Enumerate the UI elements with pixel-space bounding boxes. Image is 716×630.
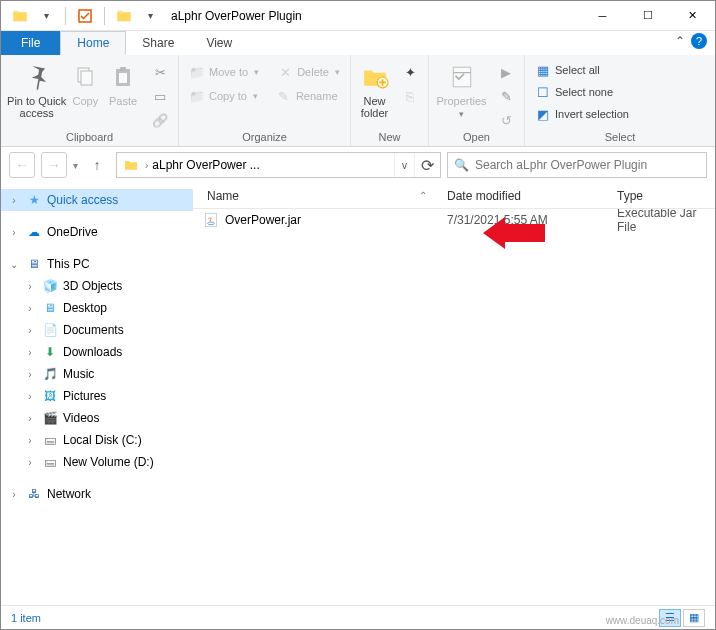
file-row[interactable]: OverPower.jar 7/31/2021 5:55 AM Executab… (193, 209, 715, 231)
up-button[interactable]: ↑ (84, 152, 110, 178)
paste-shortcut-button[interactable]: 🔗 (148, 109, 172, 131)
address-dropdown-icon[interactable]: v (394, 153, 414, 177)
nav-onedrive[interactable]: › ☁ OneDrive (1, 221, 193, 243)
column-name[interactable]: Name ⌃ (193, 189, 437, 203)
nav-this-pc[interactable]: ⌄ 🖥 This PC (1, 253, 193, 275)
properties-checkbox-icon[interactable] (74, 5, 96, 27)
paste-icon (107, 61, 139, 93)
drive-icon: 🖴 (41, 455, 59, 469)
pin-to-quick-access-button[interactable]: Pin to Quick access (7, 59, 66, 119)
recent-locations-button[interactable]: ▾ (73, 160, 78, 171)
nav-videos[interactable]: ›🎬Videos (1, 407, 193, 429)
chevron-right-icon[interactable]: › (23, 347, 37, 358)
chevron-right-icon[interactable]: › (7, 195, 21, 206)
forward-button[interactable]: → (41, 152, 67, 178)
select-all-button[interactable]: ▦Select all (531, 59, 604, 81)
new-folder-button[interactable]: New folder (357, 59, 392, 119)
ribbon-tabs: File Home Share View ⌃ ? (1, 31, 715, 55)
chevron-right-icon[interactable]: › (7, 227, 21, 238)
watermark: www.deuaq.com (606, 615, 679, 626)
open-button[interactable]: ▶ (494, 61, 518, 83)
svg-rect-2 (81, 71, 92, 85)
properties-button[interactable]: Properties ▾ (435, 59, 488, 119)
move-to-icon: 📁 (189, 64, 205, 80)
address-row: ← → ▾ ↑ › aLphr OverPower ... v ⟳ 🔍 Sear… (1, 147, 715, 183)
file-type: Executable Jar File (607, 206, 715, 234)
paste-shortcut-icon: 🔗 (152, 112, 168, 128)
file-tab[interactable]: File (1, 31, 60, 55)
search-input[interactable]: 🔍 Search aLphr OverPower Plugin (447, 152, 707, 178)
refresh-button[interactable]: ⟳ (414, 153, 440, 177)
back-button[interactable]: ← (9, 152, 35, 178)
maximize-button[interactable]: ☐ (625, 1, 670, 31)
invert-selection-button[interactable]: ◩Invert selection (531, 103, 633, 125)
downloads-icon: ⬇ (41, 345, 59, 359)
copy-button[interactable]: Copy (66, 59, 104, 107)
chevron-right-icon[interactable]: › (23, 325, 37, 336)
breadcrumb[interactable]: aLphr OverPower ... (148, 153, 267, 177)
close-button[interactable]: ✕ (670, 1, 715, 31)
quick-access-toolbar: ▾ ▾ (1, 5, 161, 27)
ribbon: Pin to Quick access Copy Paste ✂ ▭ 🔗 Cli… (1, 55, 715, 147)
easy-access-button[interactable]: ⎘ (398, 85, 422, 107)
chevron-right-icon[interactable]: › (23, 413, 37, 424)
nav-music[interactable]: ›🎵Music (1, 363, 193, 385)
rename-button[interactable]: ✎Rename (272, 85, 342, 107)
share-tab[interactable]: Share (126, 31, 190, 55)
nav-downloads[interactable]: ›⬇Downloads (1, 341, 193, 363)
chevron-right-icon[interactable]: › (7, 489, 21, 500)
home-tab[interactable]: Home (60, 31, 126, 55)
nav-quick-access[interactable]: › ★ Quick access (1, 189, 193, 211)
group-clipboard: Pin to Quick access Copy Paste ✂ ▭ 🔗 Cli… (1, 55, 179, 146)
chevron-right-icon[interactable]: › (23, 369, 37, 380)
group-organize: 📁Move to▾ ✕Delete▾ 📁Copy to▾ ✎Rename Org… (179, 55, 351, 146)
explorer-body: › ★ Quick access › ☁ OneDrive ⌄ 🖥 This P… (1, 183, 715, 605)
help-icon[interactable]: ? (691, 33, 707, 49)
chevron-right-icon[interactable]: › (23, 435, 37, 446)
column-date[interactable]: Date modified (437, 189, 607, 203)
paste-button[interactable]: Paste (104, 59, 142, 107)
new-folder-icon (359, 61, 391, 93)
titlebar: ▾ ▾ aLphr OverPower Plugin ─ ☐ ✕ (1, 1, 715, 31)
new-item-button[interactable]: ✦ (398, 61, 422, 83)
qat-overflow-icon[interactable]: ▾ (139, 5, 161, 27)
chevron-down-icon[interactable]: ⌄ (7, 259, 21, 270)
chevron-right-icon[interactable]: › (23, 457, 37, 468)
nav-network[interactable]: › 🖧 Network (1, 483, 193, 505)
new-folder-label: New folder (361, 95, 389, 119)
nav-local-disk-c[interactable]: ›🖴Local Disk (C:) (1, 429, 193, 451)
chevron-right-icon[interactable]: › (23, 281, 37, 292)
cube-icon: 🧊 (41, 279, 59, 293)
group-label: Organize (179, 131, 350, 146)
nav-3d-objects[interactable]: ›🧊3D Objects (1, 275, 193, 297)
folder-icon (9, 5, 31, 27)
window-controls: ─ ☐ ✕ (580, 1, 715, 31)
select-none-button[interactable]: ☐Select none (531, 81, 617, 103)
nav-desktop[interactable]: ›🖥Desktop (1, 297, 193, 319)
minimize-button[interactable]: ─ (580, 1, 625, 31)
copy-path-button[interactable]: ▭ (148, 85, 172, 107)
nav-new-volume-d[interactable]: ›🖴New Volume (D:) (1, 451, 193, 473)
address-bar[interactable]: › aLphr OverPower ... v ⟳ (116, 152, 441, 178)
chevron-right-icon[interactable]: › (23, 391, 37, 402)
search-placeholder: Search aLphr OverPower Plugin (475, 158, 647, 172)
nav-documents[interactable]: ›📄Documents (1, 319, 193, 341)
column-type[interactable]: Type (607, 189, 715, 203)
network-icon: 🖧 (25, 487, 43, 501)
edit-button[interactable]: ✎ (494, 85, 518, 107)
view-tab[interactable]: View (190, 31, 248, 55)
delete-button[interactable]: ✕Delete▾ (273, 61, 344, 83)
column-headers: Name ⌃ Date modified Type (193, 183, 715, 209)
group-label: Clipboard (1, 131, 178, 146)
history-button[interactable]: ↺ (494, 109, 518, 131)
cut-button[interactable]: ✂ (148, 61, 172, 83)
nav-pictures[interactable]: ›🖼Pictures (1, 385, 193, 407)
copy-to-button[interactable]: 📁Copy to▾ (185, 85, 262, 107)
collapse-ribbon-icon[interactable]: ⌃ (675, 34, 685, 48)
separator (65, 7, 66, 25)
chevron-right-icon[interactable]: › (23, 303, 37, 314)
thumbnails-view-button[interactable]: ▦ (683, 609, 705, 627)
easy-access-icon: ⎘ (402, 88, 418, 104)
qat-dropdown-icon[interactable]: ▾ (35, 5, 57, 27)
move-to-button[interactable]: 📁Move to▾ (185, 61, 263, 83)
